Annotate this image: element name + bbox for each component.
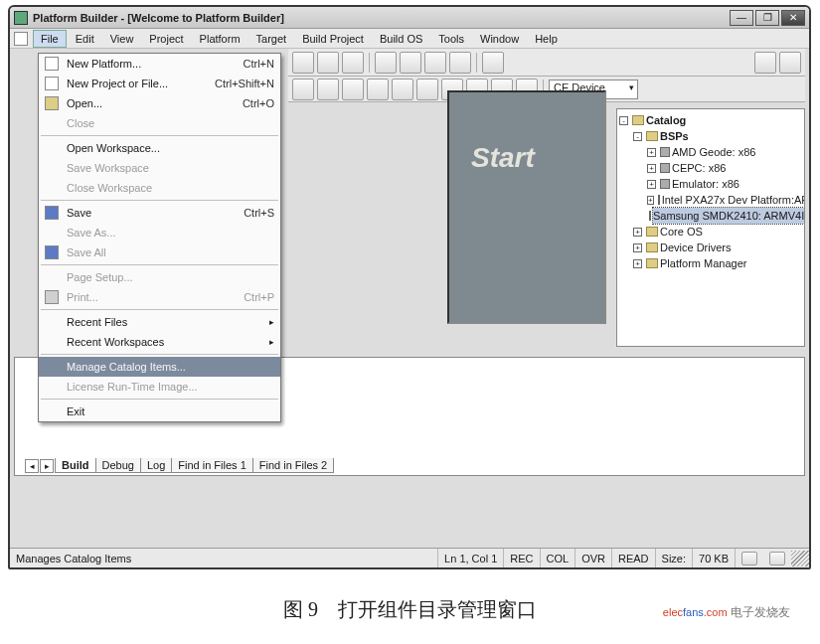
close-button[interactable]: ✕	[781, 10, 805, 26]
folder-icon	[646, 227, 658, 237]
watermark: elecfans.com 电子发烧友	[663, 604, 790, 621]
preview-start-text: Start	[471, 142, 535, 174]
tool-button[interactable]	[449, 52, 471, 74]
maximize-button[interactable]: ❐	[755, 10, 779, 26]
menuitem-recent-workspaces[interactable]: Recent Workspaces	[39, 332, 280, 352]
tree-item-selected[interactable]: Samsung SMDK2410: ARMV4I	[653, 208, 804, 224]
menuitem-page-setup: Page Setup...	[39, 267, 280, 287]
file-menu: New Platform...Ctrl+N New Project or Fil…	[38, 53, 281, 422]
tool-button[interactable]	[375, 52, 397, 74]
new-icon	[45, 57, 59, 71]
tool-button[interactable]	[392, 79, 413, 100]
menuitem-recent-files[interactable]: Recent Files	[39, 312, 280, 332]
status-size-label: Size:	[656, 549, 693, 567]
tree-item[interactable]: Emulator: x86	[672, 176, 739, 192]
expand-icon[interactable]: +	[647, 180, 656, 189]
folder-icon	[632, 115, 644, 125]
tool-button[interactable]	[400, 52, 421, 74]
chip-icon	[658, 195, 660, 205]
separator	[476, 53, 477, 73]
menu-build-project[interactable]: Build Project	[295, 31, 371, 47]
minimize-button[interactable]: —	[730, 10, 753, 26]
menuitem-print: Print...Ctrl+P	[39, 287, 280, 307]
tree-item[interactable]: CEPC: x86	[672, 160, 726, 176]
expand-icon[interactable]: +	[647, 148, 656, 157]
tab-scroll-right[interactable]: ▸	[40, 459, 54, 473]
expand-icon[interactable]: +	[633, 228, 642, 237]
menu-edit[interactable]: Edit	[69, 31, 101, 47]
menu-project[interactable]: Project	[142, 31, 190, 47]
menu-target[interactable]: Target	[249, 31, 294, 47]
tool-button[interactable]	[754, 52, 776, 74]
menuitem-manage-catalog[interactable]: Manage Catalog Items...	[39, 357, 280, 377]
tree-item[interactable]: AMD Geode: x86	[672, 144, 755, 160]
expand-icon[interactable]: -	[619, 116, 628, 125]
folder-icon	[646, 258, 658, 268]
tree-core-os[interactable]: Core OS	[660, 224, 703, 240]
tree-platform-manager[interactable]: Platform Manager	[660, 255, 746, 271]
tool-button[interactable]	[342, 79, 364, 100]
new-icon	[45, 77, 59, 90]
tree-device-drivers[interactable]: Device Drivers	[660, 240, 732, 255]
status-icon[interactable]	[769, 552, 785, 565]
status-size-value: 70 KB	[693, 549, 736, 567]
menuitem-exit[interactable]: Exit	[39, 402, 280, 421]
expand-icon[interactable]: +	[647, 164, 656, 173]
expand-icon[interactable]: -	[633, 132, 642, 141]
expand-icon[interactable]: +	[633, 259, 642, 268]
output-tab-fif1[interactable]: Find in Files 1	[171, 458, 252, 473]
device-preview: Start	[447, 90, 606, 324]
tool-button[interactable]	[482, 52, 504, 74]
menu-window[interactable]: Window	[473, 31, 526, 47]
expand-icon[interactable]: +	[633, 243, 642, 252]
catalog-tree[interactable]: -Catalog -BSPs +AMD Geode: x86 +CEPC: x8…	[617, 109, 804, 274]
menuitem-open[interactable]: Open...Ctrl+O	[39, 93, 280, 113]
tool-button[interactable]	[424, 52, 446, 74]
status-pos: Ln 1, Col 1	[438, 549, 504, 567]
folder-icon	[646, 131, 658, 141]
menuitem-save-workspace: Save Workspace	[39, 158, 280, 178]
print-icon	[45, 290, 59, 304]
tree-root[interactable]: Catalog	[646, 112, 686, 128]
tool-button[interactable]	[342, 52, 364, 74]
tool-button[interactable]	[779, 52, 801, 74]
resize-grip[interactable]	[791, 551, 809, 566]
menuitem-new-project[interactable]: New Project or File...Ctrl+Shift+N	[39, 74, 280, 93]
status-icon[interactable]	[741, 552, 757, 565]
menu-tools[interactable]: Tools	[431, 31, 471, 47]
menu-platform[interactable]: Platform	[193, 31, 247, 47]
brand-part: fans	[683, 606, 704, 618]
statusbar: Manages Catalog Items Ln 1, Col 1 REC CO…	[10, 548, 809, 567]
status-hint: Manages Catalog Items	[10, 549, 438, 567]
toolbar-1	[288, 49, 805, 77]
tool-button[interactable]	[317, 52, 339, 74]
tree-item[interactable]: Intel PXA27x Dev Platform:AR	[662, 192, 805, 208]
tool-button[interactable]	[292, 52, 314, 74]
menu-view[interactable]: View	[103, 31, 141, 47]
titlebar: Platform Builder - [Welcome to Platform …	[10, 7, 809, 29]
tab-scroll-left[interactable]: ◂	[25, 459, 39, 473]
doc-icon	[14, 32, 28, 46]
menu-file[interactable]: File	[33, 30, 67, 48]
status-read: READ	[612, 549, 656, 567]
menuitem-open-workspace[interactable]: Open Workspace...	[39, 138, 280, 158]
menu-help[interactable]: Help	[528, 31, 565, 47]
save-all-icon	[45, 245, 59, 259]
folder-icon	[646, 242, 658, 252]
window-title: Platform Builder - [Welcome to Platform …	[33, 12, 284, 24]
output-tab-build[interactable]: Build	[55, 458, 96, 473]
menuitem-new-platform[interactable]: New Platform...Ctrl+N	[39, 54, 280, 74]
output-tab-log[interactable]: Log	[140, 458, 172, 473]
window-controls: — ❐ ✕	[730, 10, 805, 26]
tool-button[interactable]	[292, 79, 314, 100]
output-tab-debug[interactable]: Debug	[95, 458, 141, 473]
tree-bsps[interactable]: BSPs	[660, 128, 689, 144]
menu-build-os[interactable]: Build OS	[373, 31, 429, 47]
expand-icon[interactable]: +	[647, 196, 654, 205]
output-tab-fif2[interactable]: Find in Files 2	[252, 458, 334, 473]
tool-button[interactable]	[367, 79, 389, 100]
tool-button[interactable]	[317, 79, 339, 100]
menuitem-save[interactable]: SaveCtrl+S	[39, 203, 280, 223]
chip-icon	[660, 147, 670, 157]
tool-button[interactable]	[416, 79, 438, 100]
